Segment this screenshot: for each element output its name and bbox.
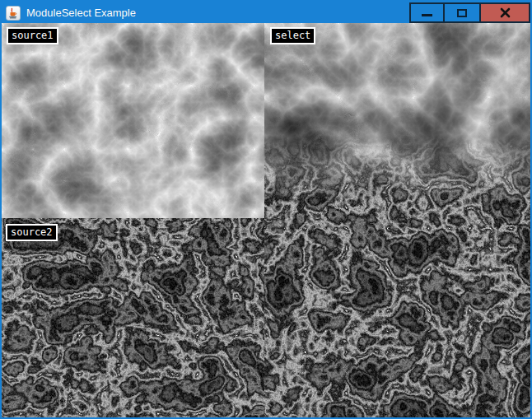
source1-label: source1 bbox=[7, 27, 58, 44]
java-cup-glyph bbox=[7, 7, 19, 19]
close-icon bbox=[500, 7, 511, 18]
close-button[interactable] bbox=[479, 2, 530, 23]
maximize-button[interactable] bbox=[443, 2, 481, 23]
application-window: ModuleSelect Example bbox=[0, 0, 532, 419]
select-noise-image bbox=[264, 23, 530, 417]
source1-noise-image bbox=[2, 23, 264, 218]
source2-label: source2 bbox=[6, 224, 58, 241]
source2-noise-image bbox=[2, 218, 264, 417]
window-title: ModuleSelect Example bbox=[26, 7, 136, 19]
select-label: select bbox=[270, 27, 315, 44]
noise-canvas: source1 select source2 bbox=[2, 23, 530, 417]
minimize-icon bbox=[422, 14, 432, 16]
java-coffee-cup-icon[interactable] bbox=[6, 6, 21, 21]
window-controls bbox=[411, 2, 530, 23]
minimize-button[interactable] bbox=[409, 2, 445, 23]
maximize-icon bbox=[457, 9, 467, 17]
